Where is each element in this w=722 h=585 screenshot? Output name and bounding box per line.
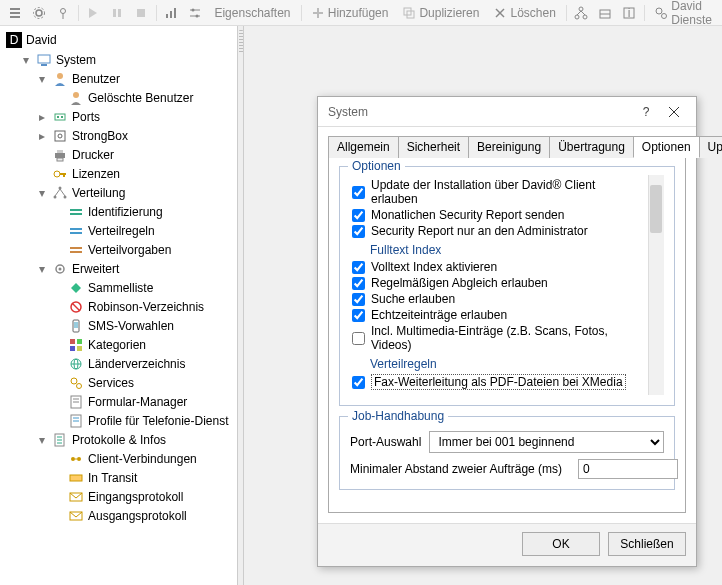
tree-geloeschte-benutzer[interactable]: ·Gelöschte Benutzer bbox=[50, 88, 235, 107]
tree-lizenzen[interactable]: ·Lizenzen bbox=[34, 164, 235, 183]
toolbar-info[interactable]: i bbox=[618, 4, 640, 22]
dialog-titlebar[interactable]: System ? bbox=[318, 97, 696, 127]
scrollbar-thumb[interactable] bbox=[650, 185, 662, 233]
tree-ports[interactable]: ▸Ports bbox=[34, 107, 235, 126]
svg-marker-7 bbox=[89, 8, 97, 18]
help-button[interactable]: ? bbox=[632, 101, 660, 123]
opt-report-admin[interactable]: Security Report nur an den Administrator bbox=[352, 223, 644, 239]
collapse-icon[interactable]: ▾ bbox=[20, 54, 32, 66]
tree-robinson[interactable]: ·Robinson-Verzeichnis bbox=[50, 297, 235, 316]
tree-verteilung[interactable]: ▾Verteilung bbox=[34, 183, 235, 202]
tree-erweitert[interactable]: ▾Erweitert bbox=[34, 259, 235, 278]
min-abstand-input[interactable] bbox=[578, 459, 678, 479]
toolbar-btn-2[interactable] bbox=[28, 4, 50, 22]
toolbar-sliders[interactable] bbox=[184, 4, 206, 22]
tree-drucker[interactable]: ·Drucker bbox=[34, 145, 235, 164]
toolbar-stats[interactable] bbox=[160, 4, 182, 22]
tree-profile-telefonie[interactable]: ·Profile für Telefonie-Dienst bbox=[50, 411, 235, 430]
opt-update-install[interactable]: Update der Installation über David® Clie… bbox=[352, 177, 644, 207]
svg-rect-60 bbox=[70, 232, 82, 234]
toolbar-play[interactable] bbox=[82, 4, 104, 22]
close-dialog-button[interactable]: Schließen bbox=[608, 532, 686, 556]
tree-eingangsprotokoll[interactable]: ·Eingangsprotokoll bbox=[50, 487, 235, 506]
tree-client-verbindungen[interactable]: ·Client-Verbindungen bbox=[50, 449, 235, 468]
collapse-icon[interactable]: ▾ bbox=[36, 434, 48, 446]
tab-sicherheit[interactable]: Sicherheit bbox=[398, 136, 469, 158]
ok-button[interactable]: OK bbox=[522, 532, 600, 556]
tab-optionen[interactable]: Optionen bbox=[633, 136, 700, 158]
group-verteilregeln: Verteilregeln bbox=[370, 357, 644, 371]
optionen-group: Optionen Update der Installation über Da… bbox=[339, 166, 675, 406]
opt-ft-abgleich[interactable]: Regelmäßigen Abgleich erlauben bbox=[352, 275, 644, 291]
tab-allgemein[interactable]: Allgemein bbox=[328, 136, 399, 158]
tab-updates[interactable]: Updates bbox=[699, 136, 722, 158]
tab-bereinigung[interactable]: Bereinigung bbox=[468, 136, 550, 158]
toolbar-pause[interactable] bbox=[106, 4, 128, 22]
tree-sammelliste[interactable]: ·Sammelliste bbox=[50, 278, 235, 297]
toolbar-btn-1[interactable] bbox=[4, 4, 26, 22]
globe-icon bbox=[68, 356, 84, 372]
checkbox[interactable] bbox=[352, 277, 365, 290]
tree-formular-manager[interactable]: ·Formular-Manager bbox=[50, 392, 235, 411]
tree-kategorien[interactable]: ·Kategorien bbox=[50, 335, 235, 354]
checkbox[interactable] bbox=[352, 293, 365, 306]
toolbar-tree[interactable] bbox=[570, 4, 592, 22]
toolbar-inbox[interactable] bbox=[594, 4, 616, 22]
svg-rect-70 bbox=[70, 339, 75, 344]
collapse-icon[interactable]: ▾ bbox=[36, 263, 48, 275]
tree-system[interactable]: ▾ System bbox=[18, 50, 235, 69]
system-dialog: System ? Allgemein Sicherheit Bereinigun… bbox=[317, 96, 697, 567]
svg-line-67 bbox=[72, 303, 80, 311]
opt-ft-echtzeit[interactable]: Echtzeiteinträge erlauben bbox=[352, 307, 644, 323]
scrollbar[interactable] bbox=[648, 175, 664, 395]
tree-root[interactable]: D David bbox=[2, 30, 235, 50]
copy-icon bbox=[402, 6, 416, 20]
tree-in-transit[interactable]: ·In Transit bbox=[50, 468, 235, 487]
svg-rect-59 bbox=[70, 228, 82, 230]
toolbar-stop[interactable] bbox=[130, 4, 152, 22]
tree-verteilregeln[interactable]: ·Verteilregeln bbox=[50, 221, 235, 240]
close-button[interactable] bbox=[660, 101, 688, 123]
opt-monthly-report[interactable]: Monatlichen Security Report senden bbox=[352, 207, 644, 223]
toolbar-hinzufuegen[interactable]: Hinzufügen bbox=[305, 4, 395, 22]
optionen-listbox: Update der Installation über David® Clie… bbox=[350, 175, 664, 395]
tree-identifizierung[interactable]: ·Identifizierung bbox=[50, 202, 235, 221]
opt-ft-multimedia[interactable]: Incl. Multimedia-Einträge (z.B. Scans, F… bbox=[352, 323, 644, 353]
checkbox[interactable] bbox=[352, 376, 365, 389]
tree-protokolle[interactable]: ▾Protokolle & Infos bbox=[34, 430, 235, 449]
toolbar-david-dienste[interactable]: David Dienste bbox=[648, 0, 718, 29]
tree-services[interactable]: ·Services bbox=[50, 373, 235, 392]
tree-label: Drucker bbox=[72, 148, 114, 162]
expand-icon[interactable]: ▸ bbox=[36, 130, 48, 142]
tree-benutzer[interactable]: ▾ Benutzer bbox=[34, 69, 235, 88]
nav-tree[interactable]: D David ▾ System ▾ Ben bbox=[0, 26, 237, 529]
opt-vr-fax[interactable]: Fax-Weiterleitung als PDF-Dateien bei XM… bbox=[352, 373, 644, 391]
checkbox[interactable] bbox=[352, 332, 365, 345]
opt-ft-activate[interactable]: Volltext Index aktivieren bbox=[352, 259, 644, 275]
expand-icon[interactable]: ▸ bbox=[36, 111, 48, 123]
checkbox[interactable] bbox=[352, 186, 365, 199]
collapse-icon[interactable]: ▾ bbox=[36, 187, 48, 199]
checkbox[interactable] bbox=[352, 261, 365, 274]
checkbox[interactable] bbox=[352, 209, 365, 222]
svg-rect-71 bbox=[77, 339, 82, 344]
collapse-icon[interactable]: ▾ bbox=[36, 73, 48, 85]
opt-ft-search[interactable]: Suche erlauben bbox=[352, 291, 644, 307]
checkbox[interactable] bbox=[352, 309, 365, 322]
tree-strongbox[interactable]: ▸StrongBox bbox=[34, 126, 235, 145]
tree-verteilvorgaben[interactable]: ·Verteilvorgaben bbox=[50, 240, 235, 259]
toolbar-duplizieren[interactable]: Duplizieren bbox=[396, 4, 485, 22]
toolbar-btn-3[interactable] bbox=[52, 4, 74, 22]
tab-label: Optionen bbox=[642, 140, 691, 154]
connection-icon bbox=[68, 451, 84, 467]
tab-uebertragung[interactable]: Übertragung bbox=[549, 136, 634, 158]
toolbar-loeschen[interactable]: Löschen bbox=[487, 4, 561, 22]
tree-sms-vorwahlen[interactable]: ·SMS-Vorwahlen bbox=[50, 316, 235, 335]
tree-ausgangsprotokoll[interactable]: ·Ausgangsprotokoll bbox=[50, 506, 235, 525]
tree-label: Verteilung bbox=[72, 186, 125, 200]
port-auswahl-select[interactable]: Immer bei 001 beginnend bbox=[429, 431, 664, 453]
tree-laender[interactable]: ·Länderverzeichnis bbox=[50, 354, 235, 373]
checkbox[interactable] bbox=[352, 225, 365, 238]
checkbox-label: Fax-Weiterleitung als PDF-Dateien bei XM… bbox=[371, 374, 626, 390]
toolbar-eigenschaften[interactable]: Eigenschaften bbox=[208, 4, 296, 22]
